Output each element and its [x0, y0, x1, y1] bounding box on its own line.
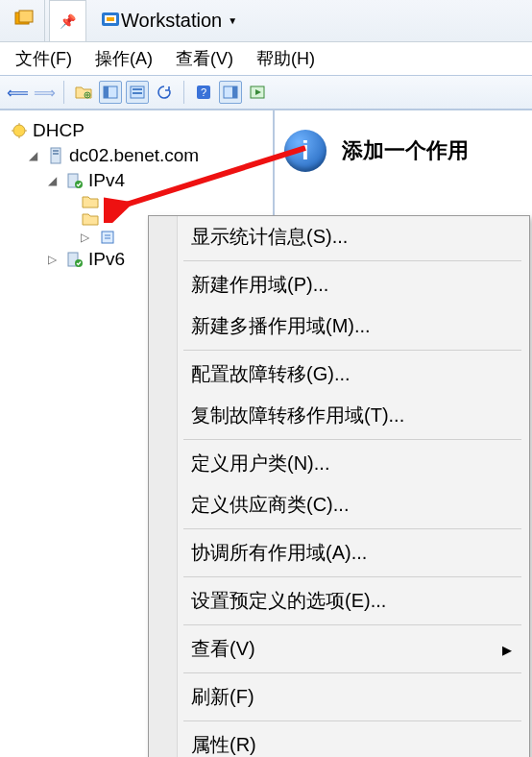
ctx-label: 新建作用域(P)...: [191, 272, 328, 298]
separator: [183, 350, 521, 351]
svg-rect-10: [133, 92, 142, 94]
expand-icon[interactable]: ▷: [81, 231, 94, 244]
forward-button[interactable]: ⟹: [33, 81, 56, 104]
view2-button[interactable]: [126, 81, 149, 104]
tree-ipv4-label: IPv4: [88, 170, 125, 191]
svg-rect-19: [53, 153, 59, 155]
svg-rect-9: [133, 88, 142, 90]
ctx-properties[interactable]: 属性(R): [149, 724, 529, 757]
ctx-label: 刷新(F): [191, 684, 254, 710]
divider: [183, 81, 184, 104]
separator: [183, 576, 521, 577]
menu-file[interactable]: 文件(F): [15, 47, 72, 70]
ctx-predefined-options[interactable]: 设置预定义的选项(E)...: [149, 580, 529, 622]
view1-button[interactable]: [99, 81, 122, 104]
server-icon: [46, 147, 65, 164]
view3-button[interactable]: [219, 81, 242, 104]
separator: [183, 720, 521, 721]
ctx-define-vendor-class[interactable]: 定义供应商类(C)...: [149, 484, 529, 525]
ipv6-icon: [65, 251, 85, 268]
separator: [183, 260, 521, 261]
svg-rect-18: [53, 150, 59, 152]
svg-rect-1: [19, 11, 33, 22]
ctx-reconcile-scopes[interactable]: 协调所有作用域(A)...: [149, 532, 529, 574]
ctx-label: 设置预定义的选项(E)...: [191, 588, 386, 614]
folder-icon: [81, 212, 100, 226]
tree-server-label: dc02.benet.com: [69, 145, 199, 166]
svg-rect-4: [107, 17, 114, 21]
info-title: 添加一个作用: [342, 136, 469, 165]
svg-point-16: [13, 125, 25, 136]
run-button[interactable]: [246, 81, 269, 104]
svg-rect-14: [232, 86, 237, 98]
menu-action[interactable]: 操作(A): [95, 47, 153, 70]
ctx-label: 配置故障转移(G)...: [191, 361, 351, 387]
refresh-button[interactable]: [153, 81, 176, 104]
folder-button[interactable]: [72, 81, 95, 104]
separator: [183, 528, 521, 529]
app-icon: [13, 9, 35, 33]
title-bar: 📌 Workstation ▼: [0, 0, 532, 42]
tree-root[interactable]: DHCP: [2, 118, 271, 143]
ctx-refresh[interactable]: 刷新(F): [149, 676, 529, 718]
ctx-label: 定义用户类(N)...: [191, 451, 329, 476]
ctx-copy-failover-scope[interactable]: 复制故障转移作用域(T)...: [149, 395, 529, 436]
context-menu: 显示统计信息(S)... 新建作用域(P)... 新建多播作用域(M)... 配…: [148, 215, 530, 757]
ctx-label: 显示统计信息(S)...: [191, 224, 348, 250]
tree-root-label: DHCP: [33, 120, 85, 141]
tree-ipv6-label: IPv6: [88, 249, 125, 270]
ctx-label: 定义供应商类(C)...: [191, 492, 349, 518]
info-row: i 添加一个作用: [284, 130, 522, 172]
ctx-label: 新建多播作用域(M)...: [191, 313, 371, 339]
info-icon: i: [284, 130, 326, 172]
dhcp-icon: [10, 122, 29, 139]
pin-segment[interactable]: 📌: [49, 0, 86, 41]
help-button[interactable]: ?: [192, 81, 215, 104]
ctx-label: 查看(V): [191, 636, 255, 662]
ctx-new-scope[interactable]: 新建作用域(P)...: [149, 264, 529, 305]
collapse-icon[interactable]: ◢: [29, 149, 42, 162]
pin-icon: 📌: [60, 13, 76, 29]
menu-help[interactable]: 帮助(H): [256, 47, 315, 70]
svg-rect-7: [104, 86, 109, 98]
ctx-configure-failover[interactable]: 配置故障转移(G)...: [149, 354, 529, 395]
menu-bar: 文件(F) 操作(A) 查看(V) 帮助(H): [0, 42, 532, 75]
expand-icon[interactable]: ▷: [48, 253, 61, 266]
ctx-define-user-class[interactable]: 定义用户类(N)...: [149, 443, 529, 484]
ctx-label: 属性(R): [191, 732, 256, 757]
ctx-view[interactable]: 查看(V)▸: [149, 628, 529, 670]
ctx-label: 协调所有作用域(A)...: [191, 540, 367, 566]
chevron-down-icon: ▼: [228, 15, 237, 26]
collapse-icon[interactable]: ◢: [48, 174, 61, 187]
ctx-show-stats[interactable]: 显示统计信息(S)...: [149, 216, 529, 257]
toolbar: ⟸ ⟹ ?: [0, 75, 532, 110]
title-text: Workstation: [121, 10, 222, 32]
menu-view[interactable]: 查看(V): [176, 47, 233, 70]
policy-icon: [98, 230, 117, 245]
tree-child[interactable]: [2, 193, 271, 210]
folder-icon: [81, 195, 100, 208]
workstation-segment[interactable]: Workstation ▼: [90, 0, 247, 41]
divider: [63, 81, 64, 104]
back-button[interactable]: ⟸: [6, 81, 29, 104]
tree-ipv4[interactable]: ◢ IPv4: [2, 168, 271, 193]
separator: [183, 624, 521, 625]
ctx-label: 复制故障转移作用域(T)...: [191, 403, 404, 428]
app-icon-slot: [4, 0, 45, 41]
svg-rect-22: [102, 232, 113, 243]
svg-text:?: ?: [201, 86, 206, 98]
submenu-arrow-icon: ▸: [502, 638, 512, 661]
separator: [183, 439, 521, 440]
vmware-icon: [100, 9, 121, 33]
tree-server[interactable]: ◢ dc02.benet.com: [2, 143, 271, 168]
separator: [183, 672, 521, 673]
ctx-new-multicast-scope[interactable]: 新建多播作用域(M)...: [149, 305, 529, 347]
ipv4-icon: [65, 172, 85, 189]
